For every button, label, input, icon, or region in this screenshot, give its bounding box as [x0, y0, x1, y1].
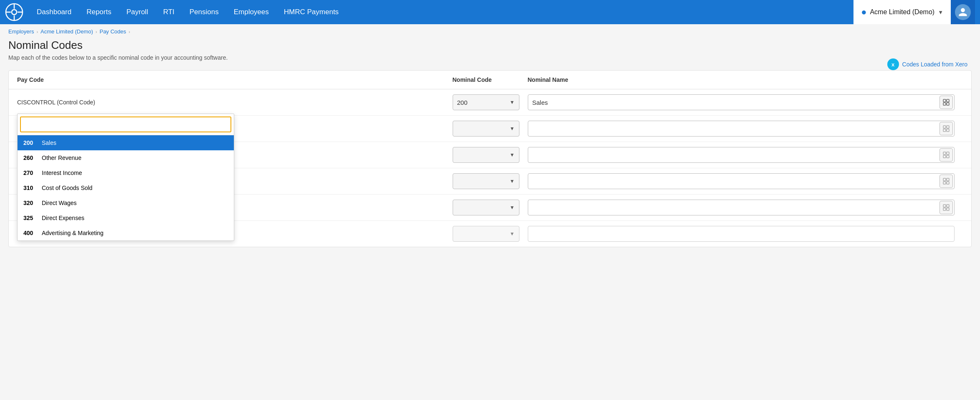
svg-rect-25 [947, 208, 949, 210]
svg-rect-10 [943, 126, 946, 128]
svg-rect-7 [947, 99, 949, 102]
svg-rect-9 [947, 103, 949, 105]
dropdown-item-3[interactable]: 310 Cost of Goods Sold [18, 180, 234, 195]
nav-rti[interactable]: RTI [157, 5, 181, 20]
location-icon: ● [861, 7, 866, 18]
table-icon-button-4[interactable] [939, 201, 953, 214]
xero-badge-label: Codes Loaded from Xero [902, 61, 967, 68]
item-name: Other Revenue [42, 154, 81, 161]
dropdown-list: 200 Sales 260 Other Revenue 270 Interest… [18, 135, 234, 241]
dropdown-item-0[interactable]: 200 Sales [18, 135, 234, 150]
svg-rect-22 [943, 205, 946, 207]
item-code: 400 [23, 230, 38, 236]
svg-rect-13 [947, 129, 949, 132]
xero-badge[interactable]: x Codes Loaded from Xero [887, 58, 967, 70]
nominal-name-cell-0 [528, 94, 963, 110]
table-header: Pay Code Nominal Code Nominal Name [9, 71, 971, 89]
nominal-name-input-0[interactable] [528, 94, 955, 110]
nominal-code-dropdown-5[interactable]: ▼ [453, 226, 519, 242]
item-code: 260 [23, 154, 38, 161]
table-icon-button-0[interactable] [939, 96, 953, 109]
nav-payroll[interactable]: Payroll [120, 5, 155, 20]
dropdown-search-area [18, 114, 234, 135]
nominal-name-cell-5 [528, 226, 963, 242]
breadcrumb-sep-1: › [36, 29, 38, 34]
nav-dashboard[interactable]: Dashboard [30, 5, 78, 20]
svg-rect-6 [943, 99, 946, 102]
item-name: Advertising & Marketing [42, 230, 104, 236]
nominal-code-cell-2: ▼ [453, 147, 528, 163]
logo[interactable] [5, 3, 23, 21]
page-subtitle: Map each of the codes below to a specifi… [8, 54, 972, 61]
nominal-name-cell-1 [528, 121, 963, 137]
nominal-code-cell-3: ▼ [453, 173, 528, 189]
dropdown-item-2[interactable]: 270 Interest Income [18, 165, 234, 180]
nominal-name-input-2[interactable] [528, 147, 955, 163]
item-name: Direct Wages [42, 200, 77, 206]
chevron-down-icon: ▼ [510, 178, 515, 184]
breadcrumb-employers[interactable]: Employers [8, 28, 34, 35]
svg-rect-12 [943, 129, 946, 132]
dropdown-item-6[interactable]: 400 Advertising & Marketing [18, 225, 234, 241]
navbar: Dashboard Reports Payroll RTI Pensions E… [0, 0, 980, 24]
svg-rect-18 [943, 178, 946, 181]
company-name: Acme Limited (Demo) [870, 8, 934, 16]
chevron-down-icon: ▼ [510, 152, 515, 158]
item-code: 320 [23, 200, 38, 206]
table-icon-button-3[interactable] [939, 175, 953, 188]
nominal-code-cell-0: 200 ▼ [453, 94, 528, 110]
table-icon-button-1[interactable] [939, 122, 953, 135]
dropdown-item-5[interactable]: 325 Direct Expenses [18, 210, 234, 225]
nominal-name-input-5[interactable] [528, 226, 955, 242]
dropdown-item-4[interactable]: 320 Direct Wages [18, 195, 234, 210]
svg-rect-17 [947, 155, 949, 158]
nav-hmrc-payments[interactable]: HMRC Payments [277, 5, 345, 20]
nav-employees[interactable]: Employees [227, 5, 276, 20]
col-nominal-name: Nominal Name [528, 76, 963, 83]
nominal-codes-table: Pay Code Nominal Code Nominal Name CISCO… [8, 70, 972, 247]
breadcrumb-pay-codes[interactable]: Pay Codes [99, 28, 126, 35]
breadcrumb: Employers › Acme Limited (Demo) › Pay Co… [0, 24, 980, 37]
item-name: Interest Income [42, 170, 82, 176]
nominal-name-input-4[interactable] [528, 200, 955, 215]
dropdown-item-1[interactable]: 260 Other Revenue [18, 150, 234, 165]
nominal-code-dropdown-2[interactable]: ▼ [453, 147, 519, 163]
nav-reports[interactable]: Reports [80, 5, 118, 20]
col-pay-code: Pay Code [17, 76, 453, 83]
nominal-code-dropdown-0[interactable]: 200 ▼ [453, 94, 519, 110]
svg-rect-8 [943, 103, 946, 105]
dropdown-search-input[interactable] [20, 116, 231, 132]
navbar-links: Dashboard Reports Payroll RTI Pensions E… [30, 5, 853, 20]
breadcrumb-sep-3: › [129, 29, 130, 34]
navbar-right: ● Acme Limited (Demo) ▼ [853, 0, 975, 24]
nominal-code-dropdown-3[interactable]: ▼ [453, 173, 519, 189]
user-avatar[interactable] [951, 0, 975, 24]
svg-rect-15 [947, 152, 949, 154]
company-selector[interactable]: ● Acme Limited (Demo) ▼ [853, 0, 951, 24]
breadcrumb-company[interactable]: Acme Limited (Demo) [41, 28, 93, 35]
svg-rect-20 [943, 182, 946, 184]
svg-rect-23 [947, 205, 949, 207]
nominal-name-input-1[interactable] [528, 121, 955, 137]
table-icon-button-2[interactable] [939, 148, 953, 162]
chevron-down-icon: ▼ [510, 99, 515, 105]
item-code: 310 [23, 185, 38, 191]
nominal-code-dropdown-4[interactable]: ▼ [453, 200, 519, 215]
nominal-name-input-3[interactable] [528, 173, 955, 189]
pay-code-cell: CISCONTROL (Control Code) [17, 99, 453, 106]
nominal-code-dropdown-1[interactable]: ▼ [453, 121, 519, 137]
nominal-name-cell-4 [528, 200, 963, 215]
svg-rect-24 [943, 208, 946, 210]
chevron-down-icon: ▼ [938, 9, 943, 15]
col-nominal-code: Nominal Code [453, 76, 528, 83]
chevron-down-icon: ▼ [510, 205, 515, 210]
svg-point-1 [12, 10, 17, 15]
item-code: 270 [23, 170, 38, 176]
chevron-down-icon: ▼ [510, 126, 515, 132]
nav-pensions[interactable]: Pensions [183, 5, 225, 20]
svg-rect-14 [943, 152, 946, 154]
item-code: 200 [23, 139, 38, 146]
nominal-name-cell-3 [528, 173, 963, 189]
svg-rect-16 [943, 155, 946, 158]
chevron-down-icon: ▼ [510, 231, 515, 237]
